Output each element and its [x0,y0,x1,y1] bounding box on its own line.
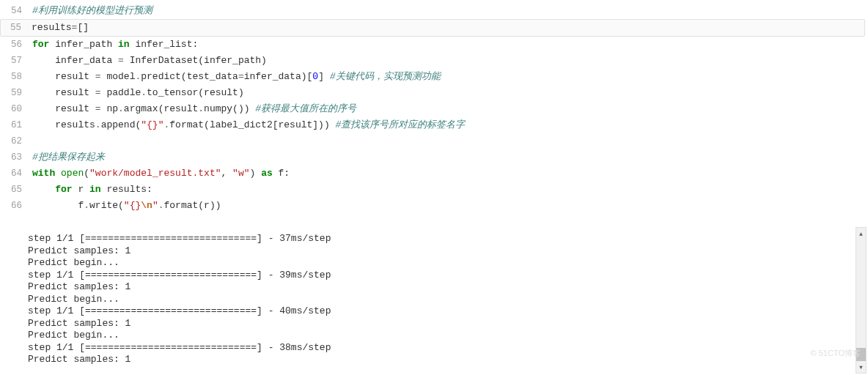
output-line: step 1/1 [==============================… [28,342,868,354]
scroll-up-icon[interactable]: ▲ [856,228,866,240]
code-content: result = paddle.to_tensor(result) [31,85,868,101]
code-content: result = model.predict(test_data=infer_d… [31,69,868,85]
code-content: with open("work/model_result.txt", "w") … [31,166,868,182]
code-line[interactable]: 65 for r in results: [0,182,868,198]
code-content: #把结果保存起来 [31,149,868,166]
code-line[interactable]: 63 #把结果保存起来 [0,149,868,166]
line-number: 57 [0,53,31,69]
code-line[interactable]: 61 results.append("{}".format(label_dict… [0,117,868,133]
output-line: Predict begin... [28,257,868,270]
line-number: 55 [1,20,30,36]
line-number: 63 [0,149,31,166]
code-content: results=[] [30,20,864,36]
output-line: step 1/1 [==============================… [28,233,868,245]
code-line[interactable]: 64 with open("work/model_result.txt", "w… [0,166,868,182]
output-line: Predict samples: 1 [28,318,868,330]
code-line[interactable]: 60 result = np.argmax(result.numpy()) #获… [0,101,868,117]
line-number: 64 [0,166,31,182]
output-line: Predict samples: 1 [28,354,868,366]
line-number: 65 [0,182,31,198]
code-content: f.write("{}\n".format(r)) [31,198,868,214]
watermark: © 51CTO博客 [811,348,861,359]
line-number: 61 [0,117,31,133]
code-content: #利用训练好的模型进行预测 [31,3,868,19]
code-content: for infer_path in infer_list: [31,37,868,53]
code-line[interactable]: 57 infer_data = InferDataset(infer_path) [0,53,868,69]
output-line: Predict begin... [28,330,868,342]
line-number: 56 [0,37,31,53]
code-line[interactable]: 56 for infer_path in infer_list: [0,37,868,53]
output-line: Predict begin... [28,294,868,306]
line-number: 54 [0,3,31,19]
code-editor[interactable]: 54 #利用训练好的模型进行预测 55 results=[] 56 for in… [0,0,868,214]
code-line[interactable]: 54 #利用训练好的模型进行预测 [0,3,868,19]
line-number: 58 [0,69,31,85]
code-line[interactable]: 58 result = model.predict(test_data=infe… [0,69,868,85]
line-number: 59 [0,85,31,101]
output-line: Predict samples: 1 [28,245,868,258]
code-line[interactable]: 59 result = paddle.to_tensor(result) [0,85,868,101]
code-content: for r in results: [31,182,868,198]
code-line[interactable]: 62 [0,133,868,149]
scroll-down-icon[interactable]: ▼ [856,361,866,373]
output-line: step 1/1 [==============================… [28,270,868,282]
code-line-highlighted[interactable]: 55 results=[] [0,19,865,37]
line-number: 66 [0,198,31,214]
code-line[interactable]: 66 f.write("{}\n".format(r)) [0,198,868,214]
code-content: infer_data = InferDataset(infer_path) [31,53,868,69]
code-content: results.append("{}".format(label_dict2[r… [31,117,868,133]
line-number: 60 [0,101,31,117]
output-line: step 1/1 [==============================… [28,305,868,318]
output-line: Predict samples: 1 [28,281,868,294]
output-area[interactable]: step 1/1 [==============================… [0,227,868,375]
code-content: result = np.argmax(result.numpy()) #获得最大… [31,101,868,117]
line-number: 62 [0,133,31,149]
